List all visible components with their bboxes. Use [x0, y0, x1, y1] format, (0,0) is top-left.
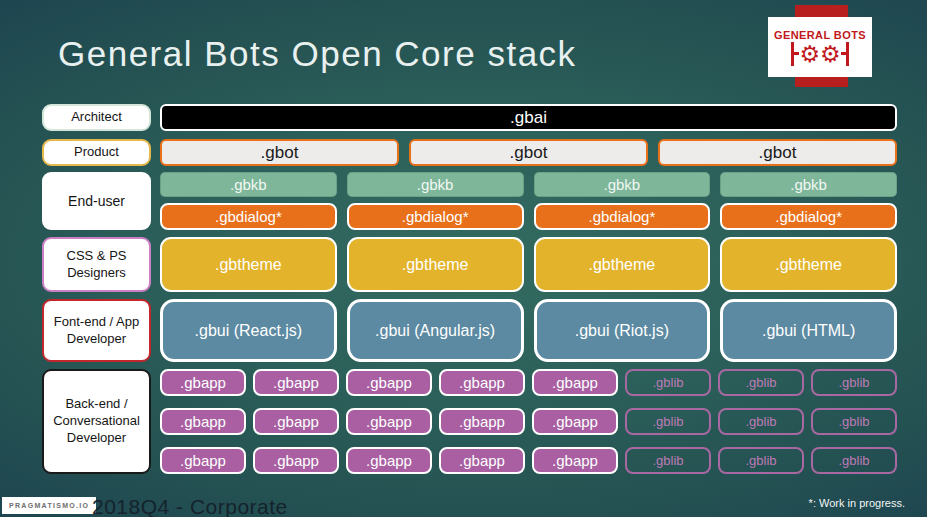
gbapp-box: .gbapp [532, 408, 618, 435]
gbapp-box: .gbapp [160, 369, 246, 396]
gbtheme-box: .gbtheme [347, 237, 524, 292]
gbapp-box: .gbapp [439, 408, 525, 435]
work-in-progress-note: *: Work in progress. [809, 497, 905, 509]
page-title: General Bots Open Core stack [58, 34, 577, 74]
gbapp-box: .gbapp [439, 369, 525, 396]
general-bots-logo: GENERAL BOTS ⚙⚙ [768, 17, 872, 77]
gblib-box: .gblib [718, 369, 804, 396]
gbui-html-box: .gbui (HTML) [720, 299, 897, 362]
gear-icon: ⚙ [820, 43, 841, 65]
gbui-riot-box: .gbui (Riot.js) [534, 299, 711, 362]
label-designers: CSS & PS Designers [42, 237, 151, 292]
row-end-user: End-user .gbkb .gbkb .gbkb .gbkb .gbdial… [42, 172, 897, 230]
gbapp-box: .gbapp [532, 447, 618, 474]
gblib-box: .gblib [718, 447, 804, 474]
gbdialog-box: .gbdialog* [160, 203, 337, 230]
gear-icon: ⚙ [799, 43, 820, 65]
stack-diagram: Architect .gbai Product .gbot .gbot .gbo… [42, 104, 897, 474]
gbdialog-box: .gbdialog* [720, 203, 897, 230]
gbtheme-box: .gbtheme [720, 237, 897, 292]
gblib-box: .gblib [811, 447, 897, 474]
row-backend: Back-end / Conversational Developer .gba… [42, 369, 897, 474]
gbapp-box: .gbapp [160, 447, 246, 474]
gbdialog-box: .gbdialog* [347, 203, 524, 230]
gblib-box: .gblib [811, 408, 897, 435]
row-frontend: Font-end / App Developer .gbui (React.js… [42, 299, 897, 362]
gbui-angular-box: .gbui (Angular.js) [347, 299, 524, 362]
gbapp-box: .gbapp [346, 369, 432, 396]
label-backend: Back-end / Conversational Developer [42, 369, 151, 474]
gbapp-box: .gbapp [439, 447, 525, 474]
row-designers: CSS & PS Designers .gbtheme .gbtheme .gb… [42, 237, 897, 292]
gbdialog-box: .gbdialog* [534, 203, 711, 230]
slide: General Bots Open Core stack GENERAL BOT… [0, 0, 927, 517]
gbui-react-box: .gbui (React.js) [160, 299, 337, 362]
gbtheme-box: .gbtheme [160, 237, 337, 292]
gbai-box: .gbai [160, 104, 897, 131]
gbkb-box: .gbkb [534, 172, 711, 197]
gblib-box: .gblib [811, 369, 897, 396]
label-end-user: End-user [42, 172, 151, 230]
row-product: Product .gbot .gbot .gbot [42, 139, 897, 166]
gbtheme-box: .gbtheme [534, 237, 711, 292]
gbkb-box: .gbkb [160, 172, 337, 197]
gbkb-box: .gbkb [347, 172, 524, 197]
gblib-box: .gblib [625, 447, 711, 474]
gbot-box: .gbot [409, 139, 648, 166]
pragmatismo-badge: PRAGMATISMO.IO [2, 497, 96, 514]
gbkb-box: .gbkb [720, 172, 897, 197]
label-product: Product [42, 139, 151, 166]
gbapp-box: .gbapp [253, 408, 339, 435]
gblib-box: .gblib [718, 408, 804, 435]
gbapp-box: .gbapp [346, 447, 432, 474]
gblib-box: .gblib [625, 369, 711, 396]
gbapp-box: .gbapp [253, 369, 339, 396]
row-architect: Architect .gbai [42, 104, 897, 131]
gbot-box: .gbot [658, 139, 897, 166]
footer-version-text: 2018Q4 - Corporate [92, 495, 288, 517]
gbapp-box: .gbapp [346, 408, 432, 435]
gbapp-box: .gbapp [160, 408, 246, 435]
label-frontend: Font-end / App Developer [42, 299, 151, 362]
gear-bar-right [846, 42, 849, 66]
gears-icon: ⚙⚙ [791, 42, 848, 66]
label-architect: Architect [42, 104, 151, 131]
gblib-box: .gblib [625, 408, 711, 435]
logo-brand-text: GENERAL BOTS [774, 29, 866, 41]
gbapp-box: .gbapp [532, 369, 618, 396]
gbapp-box: .gbapp [253, 447, 339, 474]
gbot-box: .gbot [160, 139, 399, 166]
